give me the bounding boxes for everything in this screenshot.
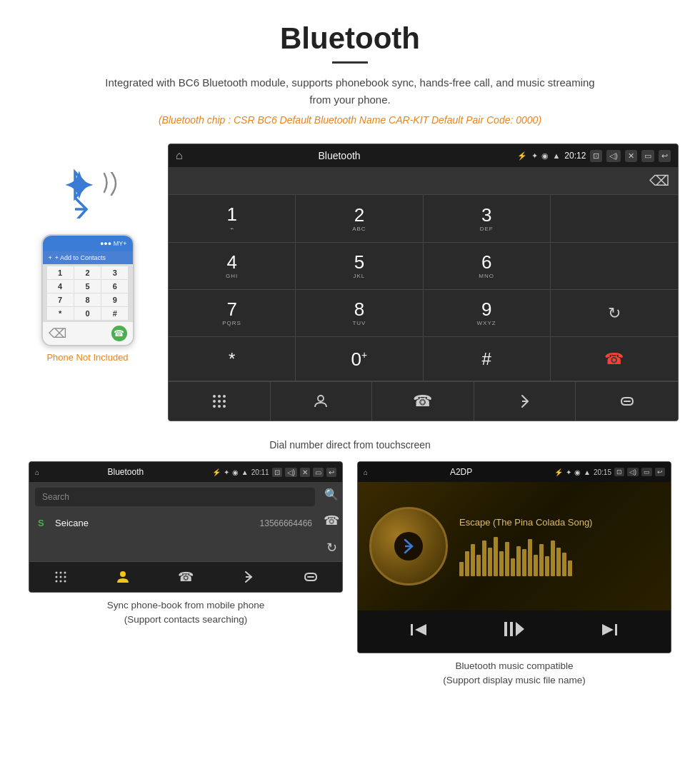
phone-key-6[interactable]: 6 [101,280,128,293]
svg-point-5 [223,400,226,403]
camera-icon: ⊡ [590,150,602,162]
phone-call-button[interactable]: ☎ [111,326,127,341]
dial-key-1[interactable]: 1 ⌁ [169,195,296,243]
pb-call-icon[interactable]: ☎ [324,513,339,528]
next-track-button[interactable] [599,621,619,643]
phone-key-3[interactable]: 3 [101,266,128,279]
viz-bar-15 [539,544,544,576]
svg-point-11 [59,572,61,574]
dial-key-7[interactable]: 7 PQRS [169,290,296,337]
volume-icon: ◁) [606,150,621,162]
link-action-button[interactable] [576,382,678,421]
viz-bar-2 [465,551,469,576]
pb-main-content: Search S Seicane 13566664466 🔍 ☎ ↻ [29,482,342,561]
svg-rect-22 [510,622,513,636]
phone-signal-icon: ●●● MY+ [100,240,127,247]
pb-contact-item[interactable]: S Seicane 13566664466 [35,512,315,534]
pb-phone-button[interactable]: ☎ [154,562,217,592]
dialer-screen: ⌂ Bluetooth ⚡ ✦ ◉ ▲ 20:12 ⊡ ◁) ✕ ▭ ↩ ⌫ [168,144,679,421]
pb-home-icon: ⌂ [35,468,39,476]
pb-link-button[interactable] [279,562,342,592]
dial-key-5[interactable]: 5 JKL [296,243,423,290]
phone-key-4[interactable]: 4 [47,280,74,293]
bottom-section: ⌂ Bluetooth ⚡ ✦ ◉ ▲ 20:11 ⊡ ◁) ✕ ▭ ↩ Sea… [0,461,700,688]
dial-key-8[interactable]: 8 TUV [296,290,423,337]
pb-search-icon[interactable]: 🔍 [324,488,339,501]
album-bt-icon [394,532,423,561]
dial-key-6[interactable]: 6 MNO [424,243,551,290]
dial-key-3[interactable]: 3 DEF [424,195,551,243]
main-section: ✦ ●●● MY+ + + Add to Contacts [0,133,700,432]
dialer-status-bar: ⌂ Bluetooth ⚡ ✦ ◉ ▲ 20:12 ⊡ ◁) ✕ ▭ ↩ [169,144,678,167]
phone-key-8[interactable]: 8 [74,293,101,306]
dialpad-action-button[interactable] [169,382,271,421]
pb-contact-phone: 13566664466 [260,518,312,528]
person-icon [313,393,329,409]
refresh-button[interactable]: ↻ [551,290,678,337]
bluetooth-status-icon: ✦ [531,151,538,161]
pb-contacts-button[interactable] [92,562,155,592]
description-text: Integrated with BC6 Bluetooth module, su… [100,74,600,109]
pb-search-placeholder: Search [42,492,69,502]
play-pause-button[interactable] [503,619,526,644]
signal-icon: ▲ [552,151,560,160]
end-call-button[interactable]: ☎ [551,337,678,381]
phone-illustration: ✦ ●●● MY+ + + Add to Contacts [21,144,154,363]
music-info: Escape (The Pina Colada Song) [459,517,659,576]
pb-search-field[interactable]: Search [35,488,315,506]
dial-key-4[interactable]: 4 GHI [169,243,296,290]
viz-bar-4 [476,555,481,576]
prev-track-button[interactable] [409,621,429,643]
pb-link-icon [303,571,319,583]
dial-caption: Dial number direct from touchscreen [0,432,700,461]
phone-key-9[interactable]: 9 [101,293,128,306]
dialer-display: ⌫ [169,167,678,194]
svg-point-9 [318,396,324,401]
phone-key-5[interactable]: 5 [74,280,101,293]
contacts-action-button[interactable] [271,382,373,421]
dial-key-star[interactable]: * [169,337,296,381]
status-icons: ✦ ◉ ▲ [531,151,560,161]
pb-refresh-icon[interactable]: ↻ [326,540,337,556]
page-title: Bluetooth [14,21,686,56]
pb-dialpad-button[interactable] [29,562,92,592]
music-caption: Bluetooth music compatible (Support disp… [443,659,586,688]
specs-text: (Bluetooth chip : CSR BC6 Default Blueto… [14,114,686,126]
viz-bar-8 [499,551,504,576]
dial-key-9[interactable]: 9 WXYZ [424,290,551,337]
phone-key-2[interactable]: 2 [74,266,101,279]
dial-key-empty-1 [551,195,678,243]
pb-right-icons: 🔍 ☎ ↻ [321,482,342,561]
phone-key-hash[interactable]: # [101,307,128,320]
viz-bar-20 [568,561,572,576]
dialpad-icon [211,393,227,409]
bluetooth-action-button[interactable] [474,382,576,421]
phone-action-bar: + + Add to Contacts [43,251,133,264]
pb-bt-button[interactable] [217,562,280,592]
pb-person-icon [116,570,130,584]
dial-key-2[interactable]: 2 ABC [296,195,423,243]
skip-back-icon [409,621,429,638]
phone-key-0[interactable]: 0 [74,307,101,320]
link-icon [619,394,636,408]
phone-key-star[interactable]: * [47,307,74,320]
pb-back-icon: ↩ [326,468,336,477]
pb-close-icon: ✕ [300,468,310,477]
phone-not-included-label: Phone Not Included [46,352,128,363]
phone-action-button[interactable]: ☎ [372,382,474,421]
pb-list-area: Search S Seicane 13566664466 [29,482,321,561]
backspace-icon[interactable]: ⌫ [649,172,669,189]
svg-point-13 [55,576,57,578]
viz-bar-18 [556,548,561,576]
phone-key-1[interactable]: 1 [47,266,74,279]
viz-bar-13 [528,539,532,576]
viz-bar-17 [551,541,555,576]
phonebook-block: ⌂ Bluetooth ⚡ ✦ ◉ ▲ 20:11 ⊡ ◁) ✕ ▭ ↩ Sea… [21,461,350,688]
dial-key-hash[interactable]: # [424,337,551,381]
bluetooth-action-icon [519,392,531,411]
status-time: 20:12 [564,151,586,161]
music-controls [358,610,671,653]
phone-key-7[interactable]: 7 [47,293,74,306]
svg-point-17 [59,581,61,583]
dial-key-0[interactable]: 0+ [296,337,423,381]
